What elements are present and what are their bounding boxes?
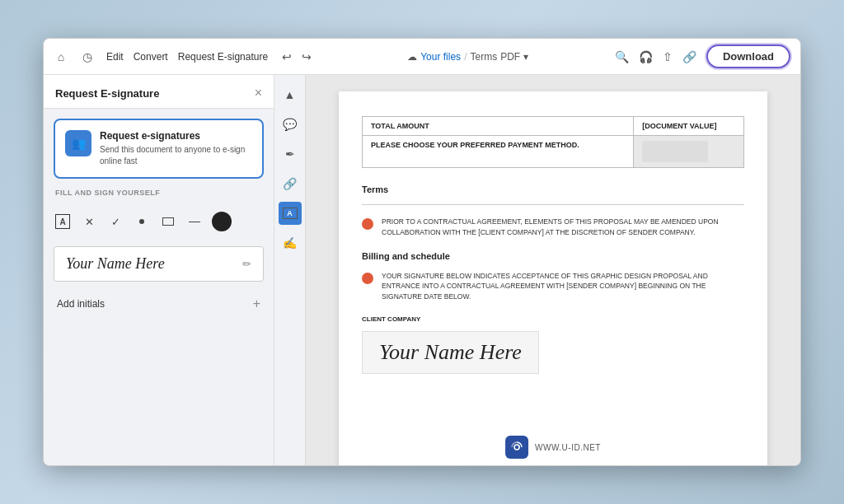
client-company-label: CLIENT COMPANY	[362, 315, 744, 323]
bullet-dot-1	[362, 218, 373, 230]
esig-card-text: Request e-signatures Send this document …	[100, 130, 252, 167]
document-area: TOTAL AMOUNT [DOCUMENT VALUE] PLEASE CHO…	[306, 75, 800, 465]
payment-placeholder	[642, 141, 708, 162]
esig-card-desc: Send this document to anyone to e-sign o…	[100, 144, 252, 167]
terms-bullet-text-1: PRIOR TO A CONTRACTUAL AGREEMENT, ELEMEN…	[382, 217, 744, 238]
text-edit-tool[interactable]: A	[279, 202, 302, 225]
cross-tool-icon[interactable]: ✕	[80, 212, 98, 231]
toolbar-nav: Edit Convert Request E-signature	[106, 51, 268, 63]
main-content: Request E-signature × 👥 Request e-signat…	[44, 75, 800, 465]
table-header-amount: TOTAL AMOUNT	[363, 117, 634, 136]
checkmark-tool-icon[interactable]: ✓	[106, 212, 124, 231]
fingerprint-icon	[509, 440, 524, 455]
link-icon[interactable]: 🔗	[682, 50, 696, 63]
nav-edit[interactable]: Edit	[106, 51, 124, 63]
tools-sidebar: ▲ 💬 ✒ 🔗 A ✍	[274, 75, 306, 465]
terms-section-title: Terms	[362, 184, 744, 194]
breadcrumb-cloud[interactable]: Your files	[420, 51, 461, 63]
toolbar: ⌂ ◷ Edit Convert Request E-signature ↩ ↪…	[44, 39, 800, 75]
terms-bullet-1: PRIOR TO A CONTRACTUAL AGREEMENT, ELEMEN…	[362, 217, 744, 238]
billing-bullet-1: YOUR SIGNATURE BELOW INDICATES ACCEPTANC…	[362, 271, 744, 302]
panel-title: Request E-signature	[55, 87, 159, 100]
toolbar-center: ☁ Your files / Terms PDF ▾	[334, 51, 601, 63]
signature-box[interactable]: Your Name Here ✏	[54, 246, 264, 282]
nav-request-esig[interactable]: Request E-signature	[178, 51, 268, 63]
esig-card[interactable]: 👥 Request e-signatures Send this documen…	[54, 119, 264, 179]
close-icon[interactable]: ×	[255, 86, 262, 100]
breadcrumb-filetype: PDF	[500, 51, 520, 63]
doc-table: TOTAL AMOUNT [DOCUMENT VALUE] PLEASE CHO…	[362, 116, 744, 168]
panel-body: 👥 Request e-signatures Send this documen…	[44, 109, 274, 326]
add-initials-row[interactable]: Add initials +	[54, 292, 264, 316]
table-header-value: [DOCUMENT VALUE]	[634, 117, 744, 136]
esig-people-icon: 👥	[65, 130, 91, 156]
headphones-icon[interactable]: 🎧	[639, 50, 653, 63]
toolbar-left: ⌂ ◷ Edit Convert Request E-signature ↩ ↪	[54, 49, 321, 64]
pointer-tool[interactable]: ▲	[279, 83, 302, 106]
breadcrumb-sep: /	[464, 51, 467, 63]
pen-tool[interactable]: ✒	[279, 142, 302, 166]
table-payment-label: PLEASE CHOOSE YOUR PREFERRED PAYMENT MET…	[363, 136, 634, 168]
billing-bullet-text-1: YOUR SIGNATURE BELOW INDICATES ACCEPTANC…	[382, 271, 744, 302]
breadcrumb-filename: Terms	[470, 51, 497, 63]
redo-icon[interactable]: ↪	[299, 49, 314, 64]
cloud-icon: ☁	[407, 51, 417, 63]
edit-icon[interactable]: ✏	[242, 258, 251, 270]
watermark-url: WWW.U-ID.NET	[535, 443, 601, 452]
add-initials-plus-icon[interactable]: +	[253, 296, 260, 311]
link-tool[interactable]: 🔗	[279, 172, 302, 195]
text-tool-icon[interactable]: A	[54, 212, 72, 231]
terms-divider	[362, 204, 744, 205]
esig-card-title: Request e-signatures	[100, 130, 252, 142]
watermark-badge	[505, 436, 528, 459]
share-icon[interactable]: ⇧	[663, 50, 673, 63]
billing-section-title: Billing and schedule	[362, 251, 744, 261]
signature-large: Your Name Here	[362, 331, 539, 374]
left-panel: Request E-signature × 👥 Request e-signat…	[44, 75, 274, 465]
download-button[interactable]: Download	[706, 44, 790, 68]
app-window: ⌂ ◷ Edit Convert Request E-signature ↩ ↪…	[43, 38, 801, 466]
table-payment-value	[634, 136, 744, 168]
add-initials-label: Add initials	[57, 298, 105, 310]
history-icon[interactable]: ◷	[80, 49, 95, 64]
search-icon[interactable]: 🔍	[615, 50, 629, 63]
stamp-tool[interactable]: ✍	[279, 231, 302, 254]
bullet-dot-2	[362, 273, 373, 284]
billing-section: Billing and schedule YOUR SIGNATURE BELO…	[362, 251, 744, 302]
signature-text: Your Name Here	[66, 255, 165, 273]
document-page: TOTAL AMOUNT [DOCUMENT VALUE] PLEASE CHO…	[339, 91, 767, 465]
panel-header: Request E-signature ×	[44, 75, 274, 109]
chevron-down-icon[interactable]: ▾	[523, 51, 528, 63]
home-icon[interactable]: ⌂	[54, 49, 68, 64]
rectangle-tool-icon[interactable]	[159, 212, 177, 231]
toolbar-right: 🔍 🎧 ⇧ 🔗 Download	[615, 44, 790, 68]
color-picker[interactable]	[212, 212, 232, 231]
line-tool-icon[interactable]	[185, 212, 204, 231]
comment-tool[interactable]: 💬	[279, 113, 302, 136]
breadcrumb: ☁ Your files / Terms PDF ▾	[407, 51, 528, 63]
fill-sign-tools: A ✕ ✓	[54, 207, 264, 236]
undo-icon[interactable]: ↩	[279, 49, 294, 64]
footer-watermark: WWW.U-ID.NET	[505, 436, 601, 459]
fill-sign-label: FILL AND SIGN YOURSELF	[54, 189, 264, 197]
nav-convert[interactable]: Convert	[134, 51, 168, 63]
undo-redo: ↩ ↪	[279, 49, 314, 64]
dot-tool-icon[interactable]	[133, 212, 151, 231]
